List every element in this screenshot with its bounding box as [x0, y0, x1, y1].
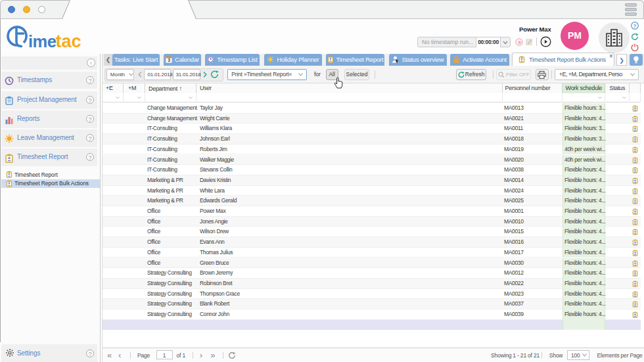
svg-text:tac: tac — [56, 32, 81, 49]
svg-text:?: ? — [633, 23, 637, 29]
svg-text:ime: ime — [28, 32, 57, 49]
svg-text:3: 3 — [168, 58, 170, 62]
